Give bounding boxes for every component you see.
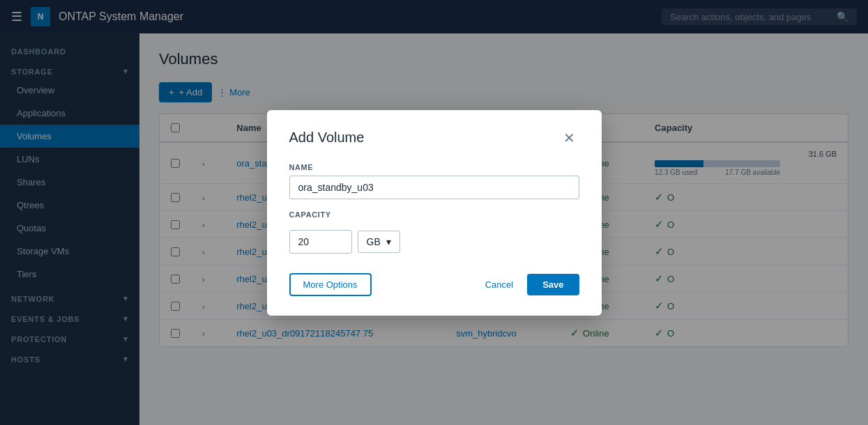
cancel-button[interactable]: Cancel [480, 274, 519, 295]
modal-header: Add Volume ✕ [289, 130, 579, 146]
modal-actions-right: Cancel Save [480, 274, 579, 295]
name-input[interactable] [289, 176, 579, 199]
chevron-down-icon: ▾ [386, 236, 391, 247]
capacity-field-group: CAPACITY GB ▾ [289, 210, 579, 254]
capacity-unit-label: GB [367, 236, 381, 247]
capacity-unit-dropdown[interactable]: GB ▾ [358, 231, 400, 253]
capacity-row: GB ▾ [289, 230, 579, 254]
modal-close-button[interactable]: ✕ [559, 130, 579, 146]
more-options-button[interactable]: More Options [289, 273, 372, 296]
modal-actions: More Options Cancel Save [289, 273, 579, 296]
capacity-input[interactable] [289, 230, 352, 254]
add-volume-modal: Add Volume ✕ NAME CAPACITY GB ▾ More Opt… [267, 110, 602, 316]
save-button[interactable]: Save [527, 274, 579, 295]
capacity-label: CAPACITY [289, 210, 579, 219]
name-field-group: NAME [289, 163, 579, 199]
name-label: NAME [289, 163, 579, 171]
modal-overlay[interactable]: Add Volume ✕ NAME CAPACITY GB ▾ More Opt… [0, 0, 868, 425]
modal-title: Add Volume [289, 130, 365, 146]
